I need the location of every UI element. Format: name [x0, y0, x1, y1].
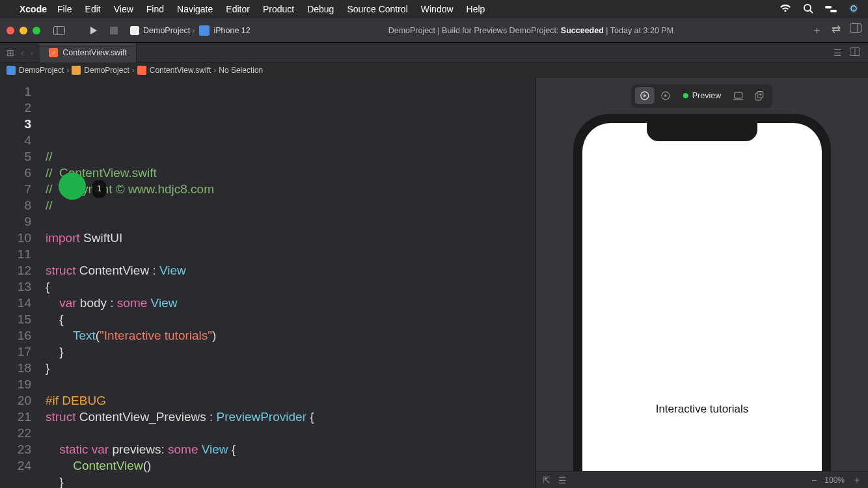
- close-window-button[interactable]: [7, 27, 14, 34]
- simulated-screen[interactable]: Interactive tutorials: [582, 123, 822, 488]
- pin-preview-icon[interactable]: ⇱: [543, 475, 550, 485]
- path-folder[interactable]: DemoProject: [84, 66, 129, 75]
- editor-options-icon[interactable]: ☰: [834, 47, 842, 58]
- menu-file[interactable]: File: [57, 4, 72, 14]
- simulated-device-frame: Interactive tutorials: [573, 114, 831, 488]
- svg-rect-6: [54, 26, 65, 34]
- svg-point-15: [664, 94, 667, 97]
- svg-text:+: +: [759, 92, 762, 98]
- preview-footer: ⇱ ☰ − 100% ＋: [536, 471, 868, 488]
- editor-tabbar: ⊞ ‹ › ⟋ ContentView.swift ☰: [0, 43, 868, 62]
- nav-forward-icon[interactable]: ›: [31, 47, 34, 58]
- control-center-icon[interactable]: [825, 4, 837, 15]
- tab-contentview[interactable]: ⟋ ContentView.swift: [40, 43, 136, 62]
- zoom-out-icon[interactable]: −: [811, 475, 817, 485]
- canvas-preview: Preview + Interactive tutorials ⇱ ☰ − 10…: [536, 78, 868, 488]
- device-notch: [647, 123, 757, 141]
- adjust-editor-icon[interactable]: [850, 47, 860, 58]
- annotation-marker[interactable]: [59, 172, 86, 200]
- toggle-inspector-button[interactable]: [850, 23, 861, 38]
- related-items-icon[interactable]: ⊞: [7, 47, 14, 58]
- nav-back-icon[interactable]: ‹: [21, 47, 24, 58]
- menu-debug[interactable]: Debug: [307, 4, 334, 14]
- minimize-window-button[interactable]: [20, 27, 27, 34]
- siri-icon[interactable]: [848, 3, 859, 16]
- menu-window[interactable]: Window: [421, 4, 454, 14]
- source-editor[interactable]: 123456789101112131415161718192021222324 …: [0, 78, 536, 488]
- scheme-device-icon: [199, 25, 210, 36]
- menu-editor[interactable]: Editor: [226, 4, 250, 14]
- stop-button[interactable]: [105, 23, 122, 38]
- activity-status: DemoProject | Build for Previews DemoPro…: [251, 26, 811, 35]
- scheme-selector[interactable]: DemoProject › iPhone 12: [130, 25, 251, 36]
- xcode-toolbar: DemoProject › iPhone 12 DemoProject | Bu…: [0, 18, 868, 43]
- code-area[interactable]: 1 //// ContentView.swift// Copyright © w…: [40, 78, 314, 488]
- swift-file-icon: ⟋: [49, 48, 58, 57]
- add-button[interactable]: ＋: [811, 23, 822, 38]
- svg-point-0: [804, 5, 811, 11]
- wifi-icon[interactable]: [780, 4, 791, 15]
- menu-help[interactable]: Help: [467, 4, 485, 14]
- svg-rect-16: [735, 92, 742, 98]
- svg-rect-3: [830, 10, 837, 12]
- path-file[interactable]: ContentView.swift: [150, 66, 211, 75]
- scheme-project-icon: [130, 26, 139, 35]
- swift-icon: [137, 66, 146, 75]
- folder-icon: [72, 66, 81, 75]
- path-project[interactable]: DemoProject: [19, 66, 64, 75]
- line-gutter: 123456789101112131415161718192021222324: [0, 78, 40, 488]
- menu-find[interactable]: Find: [146, 4, 164, 14]
- macos-menubar: Xcode File Edit View Find Navigate Edito…: [0, 0, 868, 18]
- svg-rect-9: [850, 24, 861, 33]
- path-selection[interactable]: No Selection: [219, 66, 263, 75]
- zoom-level[interactable]: 100%: [824, 476, 845, 485]
- preview-duplicate-button[interactable]: +: [750, 87, 769, 104]
- svg-point-4: [849, 4, 858, 13]
- jump-bar[interactable]: DemoProject › DemoProject › ContentView.…: [0, 62, 868, 78]
- zoom-in-icon[interactable]: ＋: [852, 474, 861, 486]
- menu-product[interactable]: Product: [263, 4, 294, 14]
- scheme-project-name: DemoProject: [143, 26, 190, 35]
- preview-toolbar: Preview +: [632, 85, 772, 107]
- tab-filename: ContentView.swift: [62, 48, 126, 57]
- spotlight-icon[interactable]: [803, 3, 813, 16]
- menu-view[interactable]: View: [114, 4, 133, 14]
- run-button[interactable]: [85, 23, 102, 38]
- menu-source-control[interactable]: Source Control: [347, 4, 407, 14]
- scheme-device-name: iPhone 12: [213, 26, 250, 35]
- code-review-button[interactable]: ⇄: [832, 23, 841, 38]
- annotation-badge[interactable]: 1: [92, 180, 106, 198]
- window-traffic-lights: [7, 27, 40, 34]
- preview-list-icon[interactable]: ☰: [558, 475, 567, 485]
- zoom-window-button[interactable]: [33, 27, 40, 34]
- menu-edit[interactable]: Edit: [85, 4, 101, 14]
- preview-run-button[interactable]: [635, 87, 655, 104]
- toggle-navigator-button[interactable]: [51, 23, 68, 38]
- svg-line-1: [810, 10, 813, 13]
- preview-inspect-button[interactable]: [656, 87, 675, 104]
- svg-rect-8: [110, 27, 118, 34]
- project-icon: [7, 66, 16, 75]
- preview-status-label[interactable]: Preview: [677, 91, 727, 100]
- app-menu[interactable]: Xcode: [20, 4, 47, 14]
- svg-rect-2: [825, 6, 832, 8]
- preview-device-button[interactable]: [729, 87, 748, 104]
- menu-navigate[interactable]: Navigate: [177, 4, 213, 14]
- preview-text-label: Interactive tutorials: [582, 403, 822, 416]
